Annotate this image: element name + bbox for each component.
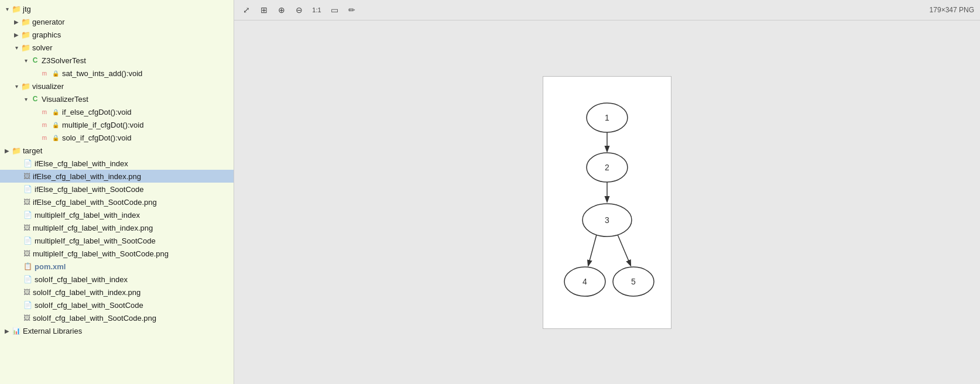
- file-item-ifElse_cfg_label_with_index[interactable]: 📄ifElse_cfg_label_with_index: [0, 157, 234, 170]
- file-item-pom_xml[interactable]: 📋pom.xml: [0, 260, 234, 273]
- toggle-target[interactable]: ▶: [2, 146, 12, 155]
- edit-button[interactable]: ✏: [345, 4, 358, 16]
- file-label-pom_xml: pom.xml: [35, 262, 66, 271]
- toggle-z3solvertest[interactable]: ▾: [21, 56, 30, 65]
- folder-icon-graphics: 📁: [21, 30, 30, 39]
- tree-item-solver[interactable]: ▾ 📁 solver: [0, 41, 234, 54]
- file-icon-multipleIf_cfg_label_with_index: 📄: [23, 211, 32, 219]
- file-item-soloIf_cfg_label_with_SootCode_png[interactable]: 🖼soloIf_cfg_label_with_SootCode.png: [0, 311, 234, 324]
- label-visualizertest: VisualizerTest: [42, 95, 88, 104]
- file-item-soloIf_cfg_label_with_index[interactable]: 📄soloIf_cfg_label_with_index: [0, 273, 234, 286]
- file-item-multipleIf_cfg_label_with_SootCode[interactable]: 📄multipleIf_cfg_label_with_SootCode: [0, 234, 234, 247]
- lock-icon-solo: 🔒: [51, 133, 60, 142]
- tree-item-generator[interactable]: ▶ 📁 generator: [0, 15, 234, 28]
- file-item-soloIf_cfg_label_with_SootCode[interactable]: 📄soloIf_cfg_label_with_SootCode: [0, 299, 234, 311]
- right-panel: ⤢ ⊞ ⊕ ⊖ 1:1 ▭ ✏ 179×347 PNG: [234, 0, 980, 384]
- tree-item-multiple-if-cfg[interactable]: m 🔒 multiple_if_cfgDot():void: [0, 118, 234, 131]
- file-icon-pom_xml: 📋: [23, 262, 32, 270]
- file-item-multipleIf_cfg_label_with_index_png[interactable]: 🖼multipleIf_cfg_label_with_index.png: [0, 221, 234, 234]
- label-jtg: jtg: [23, 5, 31, 13]
- file-label-multipleIf_cfg_label_with_SootCode: multipleIf_cfg_label_with_SootCode: [35, 236, 156, 245]
- node-5-label: 5: [631, 277, 636, 286]
- label-z3solvertest: Z3SolverTest: [42, 56, 86, 65]
- file-icon-ifElse_cfg_label_with_SootCode: 📄: [23, 185, 32, 193]
- file-label-ifElse_cfg_label_with_index_png: ifElse_cfg_label_with_index.png: [33, 172, 141, 181]
- expand-button[interactable]: ⤢: [240, 4, 253, 16]
- tree-item-sat-two-ints[interactable]: m 🔒 sat_two_ints_add():void: [0, 67, 234, 80]
- tree-item-external-libraries[interactable]: ▶ 📊 External Libraries: [0, 324, 234, 337]
- node-2-label: 2: [605, 163, 609, 172]
- file-tree-panel: ▾ 📁 jtg ▶ 📁 generator ▶ 📁 graphics ▾ 📁 s…: [0, 0, 234, 384]
- class-icon-vt: C: [30, 94, 40, 104]
- file-icon-ifElse_cfg_label_with_index_png: 🖼: [23, 172, 30, 180]
- file-icon-ifElse_cfg_label_with_SootCode_png: 🖼: [23, 198, 30, 206]
- file-label-soloIf_cfg_label_with_index: soloIf_cfg_label_with_index: [35, 275, 128, 284]
- method-icon-mi: m: [40, 120, 49, 129]
- spacer-sat: [30, 68, 40, 78]
- toggle-jtg[interactable]: ▾: [2, 4, 12, 13]
- file-list: 📄ifElse_cfg_label_with_index🖼ifElse_cfg_…: [0, 157, 234, 324]
- file-icon-multipleIf_cfg_label_with_SootCode: 📄: [23, 236, 32, 245]
- tree-item-visualizertest[interactable]: ▾ C VisualizerTest: [0, 92, 234, 105]
- toggle-visualizertest[interactable]: ▾: [21, 94, 30, 104]
- node-1-label: 1: [605, 113, 609, 122]
- frame-button[interactable]: ▭: [328, 4, 341, 16]
- toggle-graphics[interactable]: ▶: [12, 30, 21, 39]
- tree-item-graphics[interactable]: ▶ 📁 graphics: [0, 28, 234, 41]
- file-item-soloIf_cfg_label_with_index_png[interactable]: 🖼soloIf_cfg_label_with_index.png: [0, 286, 234, 299]
- zoom-in-button[interactable]: ⊕: [275, 4, 288, 16]
- toolbar: ⤢ ⊞ ⊕ ⊖ 1:1 ▭ ✏ 179×347 PNG: [234, 0, 980, 20]
- tree-item-solo-if-cfg[interactable]: m 🔒 solo_if_cfgDot():void: [0, 131, 234, 144]
- file-label-multipleIf_cfg_label_with_index_png: multipleIf_cfg_label_with_index.png: [33, 224, 153, 232]
- file-item-ifElse_cfg_label_with_SootCode[interactable]: 📄ifElse_cfg_label_with_SootCode: [0, 183, 234, 196]
- label-sat: sat_two_ints_add():void: [62, 69, 142, 78]
- diagram-container: 1 2 3 4 5: [543, 76, 671, 329]
- file-label-soloIf_cfg_label_with_SootCode: soloIf_cfg_label_with_SootCode: [35, 301, 143, 310]
- svg-line-2: [588, 235, 597, 265]
- canvas-area[interactable]: 1 2 3 4 5: [234, 20, 980, 384]
- label-visualizer: visualizer: [32, 82, 64, 91]
- file-item-multipleIf_cfg_label_with_index[interactable]: 📄multipleIf_cfg_label_with_index: [0, 208, 234, 221]
- file-label-multipleIf_cfg_label_with_index: multipleIf_cfg_label_with_index: [35, 211, 140, 220]
- grid-button[interactable]: ⊞: [258, 4, 270, 16]
- method-icon-ie: m: [40, 107, 49, 116]
- method-icon-sat: m: [40, 68, 49, 78]
- toggle-external[interactable]: ▶: [2, 326, 12, 335]
- tree-item-if-else-cfg[interactable]: m 🔒 if_else_cfgDot():void: [0, 105, 234, 118]
- folder-icon-generator: 📁: [21, 17, 30, 26]
- spacer-micfg: [30, 120, 40, 129]
- zoom-out-button[interactable]: ⊖: [293, 4, 306, 16]
- file-item-ifElse_cfg_label_with_index_png[interactable]: 🖼ifElse_cfg_label_with_index.png: [0, 170, 234, 183]
- svg-line-3: [618, 235, 631, 265]
- folder-icon-jtg: 📁: [12, 4, 21, 13]
- tree-item-jtg[interactable]: ▾ 📁 jtg: [0, 2, 234, 15]
- file-label-ifElse_cfg_label_with_index: ifElse_cfg_label_with_index: [35, 159, 128, 168]
- node-3-label: 3: [605, 215, 609, 225]
- file-label-ifElse_cfg_label_with_SootCode: ifElse_cfg_label_with_SootCode: [35, 185, 143, 194]
- label-external-libraries: External Libraries: [23, 327, 82, 335]
- tree-item-visualizer[interactable]: ▾ 📁 visualizer: [0, 80, 234, 92]
- label-solver: solver: [32, 43, 53, 52]
- file-label-ifElse_cfg_label_with_SootCode_png: ifElse_cfg_label_with_SootCode.png: [33, 198, 157, 207]
- folder-icon-solver: 📁: [21, 43, 30, 52]
- file-icon-ifElse_cfg_label_with_index: 📄: [23, 159, 32, 167]
- label-solo-if-cfg: solo_if_cfgDot():void: [62, 133, 132, 142]
- toggle-generator[interactable]: ▶: [12, 17, 21, 26]
- tree-item-target[interactable]: ▶ 📁 target: [0, 144, 234, 157]
- file-item-ifElse_cfg_label_with_SootCode_png[interactable]: 🖼ifElse_cfg_label_with_SootCode.png: [0, 196, 234, 208]
- file-item-multipleIf_cfg_label_with_SootCode_png[interactable]: 🖼multipleIf_cfg_label_with_SootCode.png: [0, 247, 234, 260]
- image-size-label: 179×347 PNG: [930, 6, 974, 14]
- lock-icon-mi: 🔒: [51, 120, 60, 129]
- fit-button[interactable]: 1:1: [310, 4, 323, 16]
- file-icon-multipleIf_cfg_label_with_index_png: 🖼: [23, 224, 30, 232]
- file-label-soloIf_cfg_label_with_index_png: soloIf_cfg_label_with_index.png: [33, 288, 141, 297]
- toggle-solver[interactable]: ▾: [12, 43, 21, 52]
- file-label-multipleIf_cfg_label_with_SootCode_png: multipleIf_cfg_label_with_SootCode.png: [33, 249, 169, 258]
- label-if-else-cfg: if_else_cfgDot():void: [62, 108, 132, 116]
- tree-item-z3solvertest[interactable]: ▾ C Z3SolverTest: [0, 54, 234, 67]
- spacer-scfg: [30, 133, 40, 142]
- file-icon-soloIf_cfg_label_with_SootCode: 📄: [23, 301, 32, 309]
- spacer-iecfg: [30, 107, 40, 116]
- file-icon-soloIf_cfg_label_with_index: 📄: [23, 275, 32, 283]
- toggle-visualizer[interactable]: ▾: [12, 81, 21, 91]
